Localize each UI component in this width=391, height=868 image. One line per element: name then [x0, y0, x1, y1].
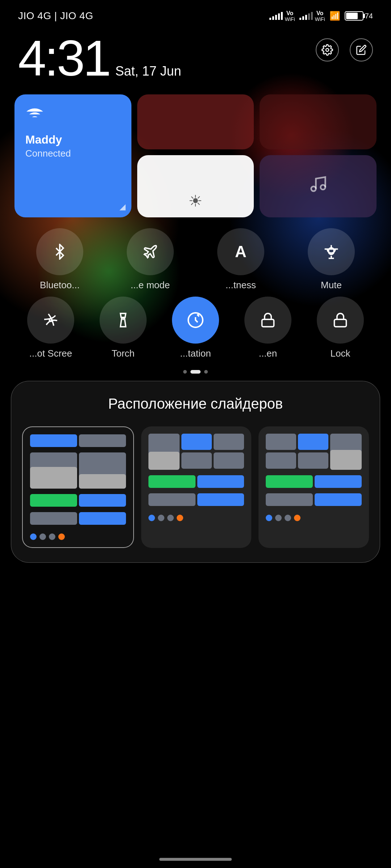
home-indicator	[159, 858, 232, 861]
layout-option-2[interactable]	[141, 426, 252, 548]
lo3-tg2	[266, 452, 328, 470]
time-display: 4:31 Sat, 17 Jun	[18, 33, 181, 84]
vo-wifi-2: Vo WiFi	[315, 10, 325, 22]
airplane-button[interactable]: ...e mode	[127, 228, 174, 291]
torch-circle[interactable]	[100, 297, 147, 344]
rotation-button[interactable]: ...tation	[172, 297, 219, 359]
lo1-dot3	[49, 533, 55, 540]
signal-bars-1	[269, 12, 283, 20]
music-tile[interactable]	[260, 155, 377, 217]
bluetooth-label: Bluetoo...	[40, 280, 80, 291]
font-brightness-circle[interactable]: A	[217, 228, 264, 275]
lo3-t5	[266, 475, 313, 488]
battery-fill	[346, 13, 358, 19]
lo2-dot2	[158, 515, 164, 521]
svg-point-2	[320, 185, 325, 190]
lo3-sliders	[266, 434, 362, 470]
lo3-t8	[315, 493, 362, 506]
lo1-dot4	[58, 533, 65, 540]
brightness-tile[interactable]: ☀	[137, 155, 254, 217]
mute-button[interactable]: Mute	[308, 228, 355, 291]
control-row-2: ...ot Scree Torch ...tation	[0, 297, 391, 359]
signal-bars-2	[299, 12, 313, 20]
lo1-t2	[79, 434, 126, 447]
top-right-1-tile[interactable]	[137, 94, 254, 149]
lo1-sliders	[30, 452, 126, 489]
orientation-label: ...en	[259, 348, 277, 359]
lo2-t5	[148, 475, 196, 488]
rotation-circle[interactable]	[172, 297, 219, 344]
lock-circle[interactable]	[317, 297, 364, 344]
lo2-dots	[148, 515, 244, 521]
status-right: Vo WiFi Vo WiFi 📶 74	[269, 10, 373, 22]
lo2-mid-grid	[148, 475, 244, 488]
layout-panel: Расположение слайдеров	[11, 381, 380, 563]
settings-icon-btn[interactable]	[316, 38, 339, 61]
control-row-1: Bluetoo... ...e mode A ...tness	[0, 228, 391, 291]
time-section: 4:31 Sat, 17 Jun	[0, 26, 391, 94]
lo1-dot2	[39, 533, 46, 540]
edit-icon-btn[interactable]	[350, 38, 373, 61]
lo2-t1	[181, 434, 212, 450]
lo2-t2	[214, 434, 244, 450]
torch-button[interactable]: Torch	[100, 297, 147, 359]
top-right-2-tile[interactable]	[260, 94, 377, 149]
battery-container: 74	[345, 11, 373, 21]
screenshot-circle[interactable]	[27, 297, 74, 344]
lo3-dot2	[275, 515, 282, 521]
lo3-s1-fill	[330, 450, 362, 470]
lo1-t3	[30, 494, 77, 507]
time-clock: 4:31	[18, 33, 109, 84]
lo3-t1	[266, 434, 296, 450]
torch-label: Torch	[112, 348, 135, 359]
lo1-top-grid	[30, 434, 126, 447]
time-date: Sat, 17 Jun	[115, 64, 181, 82]
lock-label: Lock	[331, 348, 350, 359]
lo2-t8	[197, 493, 244, 506]
lo2-t6	[197, 475, 244, 488]
lo3-dot4	[294, 515, 300, 521]
lo3-bot-grid	[266, 493, 362, 506]
layout-option-3[interactable]	[258, 426, 369, 548]
lo3-dot1	[266, 515, 272, 521]
orientation-button[interactable]: ...en	[244, 297, 291, 359]
lo2-s1	[148, 434, 180, 470]
lo1-t1	[30, 434, 77, 447]
layout-panel-title: Расположение слайдеров	[22, 396, 369, 412]
wifi-status-icon: 📶	[329, 11, 340, 21]
lo3-dots	[266, 515, 362, 521]
bluetooth-circle[interactable]	[36, 228, 83, 275]
lo1-s2-fill	[79, 474, 126, 489]
wifi-tile-icon	[25, 105, 121, 128]
wifi-tile[interactable]: Maddy Connected ◢	[14, 94, 131, 217]
mute-circle[interactable]	[308, 228, 355, 275]
svg-rect-9	[335, 319, 346, 327]
svg-point-1	[311, 187, 316, 191]
vo-wifi-1: Vo WiFi	[285, 10, 295, 22]
wifi-tile-arrow: ◢	[119, 202, 126, 212]
lock-button[interactable]: Lock	[317, 297, 364, 359]
font-brightness-button[interactable]: A ...tness	[217, 228, 264, 291]
page-dot-2	[190, 370, 201, 374]
wifi-tile-sublabel: Connected	[25, 148, 121, 159]
quick-tiles: Maddy Connected ◢ ☀	[0, 94, 391, 217]
lo2-sliders	[148, 434, 244, 470]
status-bar: JIO 4G | JIO 4G Vo WiFi Vo WiFi	[0, 0, 391, 26]
airplane-circle[interactable]	[127, 228, 174, 275]
layout-option-1[interactable]	[22, 426, 134, 548]
orientation-circle[interactable]	[244, 297, 291, 344]
lo2-right	[181, 434, 244, 470]
lo1-dot1	[30, 533, 37, 540]
time-action-icons[interactable]	[316, 33, 373, 61]
lo2-t7	[148, 493, 196, 506]
lo1-t4	[79, 494, 126, 507]
page-dots	[0, 370, 391, 374]
wifi-tile-label: Maddy	[25, 133, 121, 146]
lo1-s1-fill	[30, 467, 77, 489]
screenshot-button[interactable]: ...ot Scree	[27, 297, 74, 359]
lo3-t6	[315, 475, 362, 488]
music-icon	[309, 175, 328, 197]
bluetooth-button[interactable]: Bluetoo...	[36, 228, 83, 291]
lo1-t5	[30, 512, 77, 525]
mute-label: Mute	[321, 280, 342, 291]
